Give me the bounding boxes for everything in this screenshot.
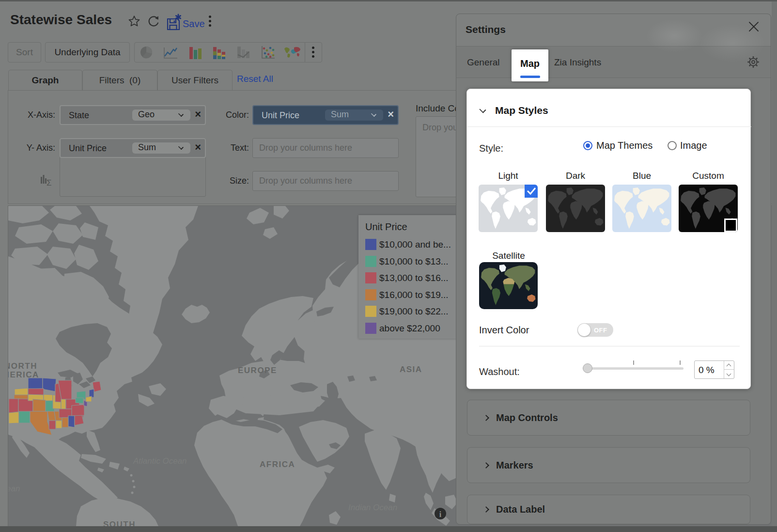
- svg-text:AFRICA: AFRICA: [260, 460, 295, 469]
- svg-text:NORTH: NORTH: [8, 361, 37, 371]
- svg-text:i: i: [439, 510, 442, 518]
- svg-text:ean: ean: [8, 484, 20, 493]
- svg-text:ASIA: ASIA: [400, 365, 422, 374]
- svg-text:AMERICA: AMERICA: [8, 370, 39, 379]
- svg-text:SOUTH: SOUTH: [103, 520, 136, 526]
- svg-text:EUROPE: EUROPE: [238, 366, 277, 375]
- svg-text:Σ: Σ: [47, 178, 52, 187]
- svg-text:Indian Ocean: Indian Ocean: [348, 503, 397, 512]
- svg-text:Atlantic Ocean: Atlantic Ocean: [133, 456, 187, 466]
